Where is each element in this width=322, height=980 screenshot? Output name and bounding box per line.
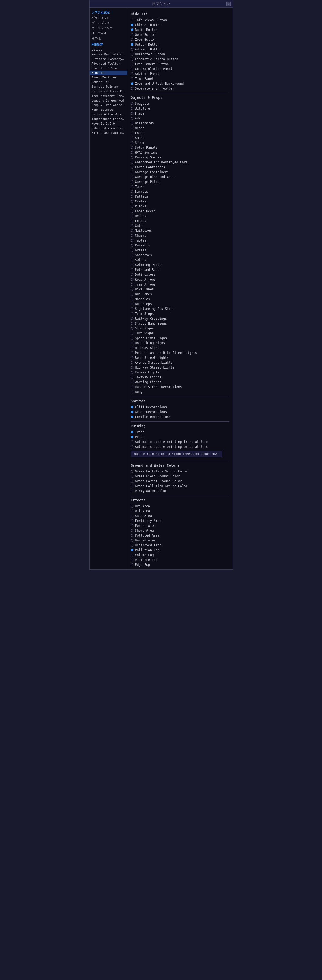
- sidebar-item-tree-movement[interactable]: Tree Movement Control: [89, 94, 127, 98]
- list-item[interactable]: Planks: [131, 204, 230, 209]
- toggle-circle[interactable]: [131, 48, 133, 51]
- toggle-circle[interactable]: [131, 205, 133, 208]
- toggle-circle[interactable]: [131, 475, 133, 478]
- toggle-circle[interactable]: [131, 176, 133, 178]
- toggle-circle[interactable]: [131, 244, 133, 247]
- list-item[interactable]: Garbage Piles: [131, 180, 230, 184]
- list-item[interactable]: Ads: [131, 116, 230, 121]
- list-item[interactable]: Garbage Containers: [131, 170, 230, 175]
- sidebar-item-extra-landscaping[interactable]: Extra Landscaping Tools: [89, 130, 127, 135]
- list-item[interactable]: Automatic update existing trees at load: [131, 439, 230, 444]
- toggle-circle[interactable]: [131, 185, 133, 188]
- list-item[interactable]: Sandboxes: [131, 253, 230, 258]
- toggle-circle[interactable]: [131, 524, 133, 527]
- list-item[interactable]: Cinematic Camera Button: [131, 57, 230, 62]
- toggle-circle[interactable]: [131, 249, 133, 251]
- list-item[interactable]: Avenue Street Lights: [131, 360, 230, 365]
- list-item[interactable]: Billboards: [131, 121, 230, 126]
- toggle-circle[interactable]: [131, 195, 133, 198]
- sidebar-item-moveit[interactable]: Move It 2.6.0: [89, 121, 127, 126]
- list-item[interactable]: Manholes: [131, 297, 230, 302]
- toggle-circle[interactable]: [131, 239, 133, 242]
- toggle-circle[interactable]: [131, 102, 133, 105]
- sidebar-item-keymapping[interactable]: キーマッピング: [89, 25, 127, 31]
- toggle-circle[interactable]: [131, 510, 133, 512]
- list-item[interactable]: Stop Signs: [131, 326, 230, 331]
- toggle-circle[interactable]: [131, 410, 133, 413]
- toggle-circle[interactable]: [131, 441, 133, 443]
- toggle-circle[interactable]: [131, 215, 133, 217]
- list-item[interactable]: Advisor Panel: [131, 72, 230, 76]
- toggle-circle[interactable]: [131, 137, 133, 139]
- toggle-circle[interactable]: [131, 371, 133, 374]
- toggle-circle[interactable]: [131, 307, 133, 310]
- toggle-circle[interactable]: [131, 269, 133, 271]
- sidebar-item-gameplay[interactable]: ゲームプレイ: [89, 21, 127, 25]
- toggle-circle[interactable]: [131, 254, 133, 256]
- list-item[interactable]: Zoom Button: [131, 37, 230, 42]
- toggle-circle[interactable]: [131, 534, 133, 537]
- toggle-circle[interactable]: [131, 24, 133, 26]
- list-item[interactable]: Flags: [131, 111, 230, 116]
- list-item[interactable]: Grass Forest Ground Color: [131, 479, 230, 484]
- toggle-circle[interactable]: [131, 352, 133, 354]
- list-item[interactable]: Mailboxes: [131, 228, 230, 233]
- list-item[interactable]: Crates: [131, 199, 230, 204]
- toggle-circle[interactable]: [131, 431, 133, 433]
- list-item[interactable]: Volume Fog: [131, 552, 230, 557]
- toggle-circle[interactable]: [131, 224, 133, 227]
- list-item[interactable]: Chairs: [131, 233, 230, 238]
- sidebar-item-unlock-all[interactable]: Unlock All + Wonders & Lan: [89, 112, 127, 117]
- toggle-circle[interactable]: [131, 381, 133, 383]
- toggle-circle[interactable]: [131, 220, 133, 222]
- toggle-circle[interactable]: [131, 505, 133, 508]
- list-item[interactable]: Pollution Fog: [131, 548, 230, 552]
- toggle-circle[interactable]: [131, 312, 133, 315]
- list-item[interactable]: No Parking Signs: [131, 340, 230, 345]
- list-item[interactable]: Barrels: [131, 189, 230, 194]
- toggle-circle[interactable]: [131, 210, 133, 213]
- toggle-circle[interactable]: [131, 317, 133, 320]
- list-item[interactable]: Street Name Signs: [131, 321, 230, 326]
- list-item[interactable]: Cargo Containers: [131, 165, 230, 170]
- sidebar-item-detail[interactable]: Detail: [89, 48, 127, 52]
- list-item[interactable]: Fertility Area: [131, 519, 230, 523]
- sidebar-item-renderit[interactable]: Render It!: [89, 80, 127, 84]
- toggle-circle[interactable]: [131, 180, 133, 183]
- toggle-circle[interactable]: [131, 347, 133, 349]
- list-item[interactable]: Free Camera Button: [131, 62, 230, 67]
- toggle-circle[interactable]: [131, 53, 133, 56]
- toggle-circle[interactable]: [131, 19, 133, 21]
- list-item[interactable]: Time Panel: [131, 76, 230, 81]
- toggle-circle[interactable]: [131, 544, 133, 547]
- list-item[interactable]: Road Street Lights: [131, 355, 230, 360]
- list-item[interactable]: Edge Fog: [131, 562, 230, 567]
- list-item[interactable]: HVAC Systems: [131, 150, 230, 155]
- toggle-circle[interactable]: [131, 391, 133, 393]
- sidebar-item-unlimited-trees[interactable]: Unlimited Trees Mod: [89, 89, 127, 94]
- toggle-circle[interactable]: [131, 361, 133, 364]
- toggle-circle[interactable]: [131, 72, 133, 75]
- list-item[interactable]: Pedestrian and Bike Street Lights: [131, 350, 230, 355]
- toggle-circle[interactable]: [131, 156, 133, 159]
- toggle-circle[interactable]: [131, 298, 133, 301]
- list-item[interactable]: Swimming Pools: [131, 262, 230, 267]
- list-item[interactable]: Grass Field Ground Color: [131, 474, 230, 479]
- list-item[interactable]: Turn Signs: [131, 331, 230, 336]
- list-item[interactable]: Cable Reels: [131, 209, 230, 213]
- toggle-circle[interactable]: [131, 166, 133, 169]
- toggle-circle[interactable]: [131, 117, 133, 120]
- toggle-circle[interactable]: [131, 327, 133, 330]
- sidebar-item-enhanced-zoom[interactable]: Enhanced Zoom Continued: [89, 126, 127, 130]
- toggle-circle[interactable]: [131, 490, 133, 492]
- list-item[interactable]: Congratulation Panel: [131, 67, 230, 72]
- list-item[interactable]: Solar Panels: [131, 145, 230, 150]
- list-item[interactable]: Delineators: [131, 272, 230, 277]
- update-ruining-button[interactable]: Update ruining on existing trees and pro…: [131, 451, 222, 457]
- toggle-circle[interactable]: [131, 68, 133, 70]
- list-item[interactable]: Polluted Area: [131, 533, 230, 538]
- list-item[interactable]: Sightseeing Bus Stops: [131, 306, 230, 311]
- list-item[interactable]: Fertile Decorations: [131, 414, 230, 419]
- toggle-circle[interactable]: [131, 278, 133, 281]
- list-item[interactable]: Shore Area: [131, 528, 230, 533]
